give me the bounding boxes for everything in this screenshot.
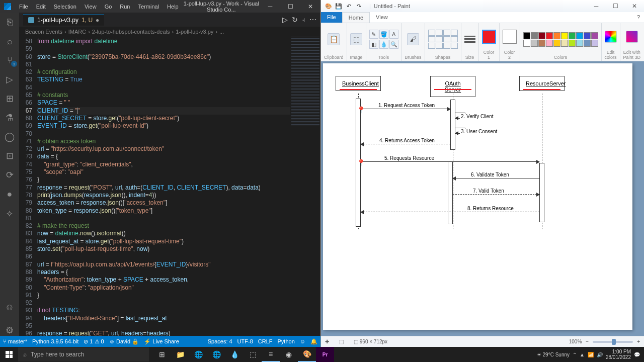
paint-maximize-button[interactable]: ☐ bbox=[606, 1, 625, 12]
lang-item[interactable]: Python bbox=[278, 338, 295, 345]
scm-icon[interactable]: ⑂3 bbox=[4, 55, 15, 66]
liveshare-item[interactable]: ⚡ Live Share bbox=[144, 338, 179, 345]
palette-swatch[interactable] bbox=[561, 40, 568, 47]
palette-swatch[interactable] bbox=[553, 40, 560, 47]
tray-expand-icon[interactable]: ⌃ bbox=[573, 352, 577, 357]
palette-swatch[interactable] bbox=[569, 40, 576, 47]
palette-swatch[interactable] bbox=[576, 40, 583, 47]
paint3d-button[interactable] bbox=[626, 31, 638, 43]
minimap[interactable] bbox=[290, 37, 320, 336]
palette-swatch[interactable] bbox=[538, 40, 545, 47]
chrome-icon[interactable]: 🌐 bbox=[189, 347, 207, 362]
palette-swatch[interactable] bbox=[546, 40, 553, 47]
close-button[interactable]: ✕ bbox=[300, 0, 320, 13]
canvas[interactable]: BusinessClientOAuth ServerResourceServer… bbox=[323, 63, 632, 330]
redo-icon[interactable]: ↷ bbox=[354, 2, 363, 11]
paint-app-icon[interactable]: 🎨 bbox=[298, 347, 316, 362]
fill-tool[interactable]: 🪣 bbox=[379, 30, 388, 39]
explorer-icon[interactable]: ⎘ bbox=[4, 17, 15, 28]
branch-item[interactable]: ⑂ master* bbox=[3, 338, 27, 344]
canvas-area[interactable]: BusinessClientOAuth ServerResourceServer… bbox=[321, 61, 644, 336]
app2-icon[interactable]: ⬚ bbox=[244, 347, 262, 362]
run-icon[interactable]: ▷ bbox=[282, 16, 288, 24]
palette-swatch[interactable] bbox=[553, 32, 560, 39]
home-tab[interactable]: Home bbox=[342, 12, 370, 23]
feedback-icon[interactable]: ☺ bbox=[300, 338, 305, 345]
menu-selection[interactable]: Selection bbox=[50, 2, 80, 12]
zoom-in-button[interactable]: + bbox=[637, 339, 640, 344]
spaces-item[interactable]: Spaces: 4 bbox=[208, 338, 232, 345]
vscode-titlebar[interactable]: FileEditSelectionViewGoRunTerminalHelp 1… bbox=[0, 0, 320, 13]
user-item[interactable]: ☺ David 🔒 bbox=[109, 338, 139, 345]
extensions-icon[interactable]: ⊞ bbox=[4, 93, 15, 104]
paste-button[interactable]: 📋 bbox=[328, 33, 340, 45]
tab-close-icon[interactable]: ● bbox=[96, 17, 99, 24]
size-button[interactable] bbox=[464, 36, 475, 43]
debug-icon[interactable]: ▷ bbox=[4, 74, 15, 85]
save-icon[interactable]: 💾 bbox=[334, 2, 343, 11]
editcolors-button[interactable] bbox=[605, 31, 617, 43]
text-tool[interactable]: A bbox=[389, 30, 398, 39]
zoom-slider[interactable] bbox=[593, 341, 633, 343]
pencil-tool[interactable]: ✎ bbox=[369, 30, 378, 39]
palette-swatch[interactable] bbox=[523, 40, 530, 47]
ext2-icon[interactable]: ⟳ bbox=[4, 169, 15, 180]
ext1-icon[interactable]: ⊡ bbox=[4, 150, 15, 161]
zoom-tool[interactable]: 🔍 bbox=[389, 40, 398, 49]
premiere-icon[interactable]: Pr bbox=[316, 347, 334, 362]
color1-swatch[interactable] bbox=[482, 30, 496, 44]
ext3-icon[interactable]: ● bbox=[4, 189, 15, 200]
paint-titlebar[interactable]: 🎨 💾 ↶ ↷ | Untitled - Paint ─ ☐ ✕ bbox=[321, 0, 644, 12]
ext4-icon[interactable]: ⟡ bbox=[4, 208, 15, 219]
split-icon[interactable]: ⫞ bbox=[302, 16, 305, 24]
errors-item[interactable]: ⊘ 1 ⚠ 0 bbox=[84, 338, 104, 345]
explorer-app-icon[interactable]: 📁 bbox=[171, 347, 189, 362]
menu-edit[interactable]: Edit bbox=[32, 2, 50, 12]
palette-swatch[interactable] bbox=[584, 40, 591, 47]
bell-icon[interactable]: 🔔 bbox=[310, 338, 317, 345]
editor[interactable]: 5859606162636465666768697071727374757677… bbox=[19, 37, 320, 336]
palette-swatch[interactable] bbox=[561, 32, 568, 39]
editor-tab[interactable]: 1-poll-lup-v3.py 1, U ● bbox=[23, 14, 104, 26]
paint-minimize-button[interactable]: ─ bbox=[587, 1, 606, 12]
encoding-item[interactable]: UTF-8 bbox=[237, 338, 253, 345]
file-tab[interactable]: File bbox=[321, 12, 342, 23]
palette-swatch[interactable] bbox=[591, 32, 598, 39]
menu-file[interactable]: File bbox=[15, 2, 32, 12]
palette-swatch[interactable] bbox=[531, 40, 538, 47]
account-icon[interactable]: ☺ bbox=[4, 302, 15, 313]
more-icon[interactable]: ⋯ bbox=[309, 16, 316, 24]
menu-view[interactable]: View bbox=[80, 2, 101, 12]
menu-terminal[interactable]: Terminal bbox=[134, 2, 164, 12]
code-area[interactable]: from datetime import datetime store = St… bbox=[37, 37, 290, 336]
refresh-icon[interactable]: ↻ bbox=[292, 16, 298, 24]
menu-help[interactable]: Help bbox=[163, 2, 183, 12]
maximize-button[interactable]: ☐ bbox=[280, 0, 300, 13]
eol-item[interactable]: CRLF bbox=[258, 338, 273, 345]
app1-icon[interactable]: 💧 bbox=[225, 347, 244, 362]
taskview-icon[interactable]: ⊞ bbox=[153, 347, 171, 362]
python-item[interactable]: Python 3.9.5 64-bit bbox=[32, 338, 78, 344]
weather-item[interactable]: ☀ 29°C Sunny bbox=[537, 352, 570, 357]
breadcrumb[interactable]: Beacon Events›IMARC›2-lup-to-hubspot-con… bbox=[19, 27, 320, 37]
palette-swatch[interactable] bbox=[591, 40, 598, 47]
test-icon[interactable]: ⚗ bbox=[4, 112, 15, 123]
settings-icon[interactable]: ⚙ bbox=[4, 325, 15, 336]
minimize-button[interactable]: ─ bbox=[260, 0, 280, 13]
help-icon[interactable]: ? bbox=[633, 12, 644, 23]
app3-icon[interactable]: ◉ bbox=[280, 347, 298, 362]
palette-swatch[interactable] bbox=[531, 32, 538, 39]
select-button[interactable]: ⬚ bbox=[350, 33, 362, 45]
github-icon[interactable]: ◯ bbox=[4, 131, 15, 142]
tray-icon[interactable]: ▲ bbox=[580, 352, 585, 357]
menu-run[interactable]: Run bbox=[116, 2, 134, 12]
eraser-tool[interactable]: ◧ bbox=[369, 40, 378, 49]
palette-swatch[interactable] bbox=[584, 32, 591, 39]
paint-close-button[interactable]: ✕ bbox=[625, 1, 644, 12]
zoom-out-button[interactable]: − bbox=[586, 339, 589, 344]
search-box[interactable]: ⌕ Type here to search bbox=[18, 347, 149, 361]
palette-swatch[interactable] bbox=[546, 32, 553, 39]
wifi-icon[interactable]: 📶 bbox=[588, 352, 594, 357]
undo-icon[interactable]: ↶ bbox=[344, 2, 353, 11]
view-tab[interactable]: View bbox=[370, 12, 394, 23]
